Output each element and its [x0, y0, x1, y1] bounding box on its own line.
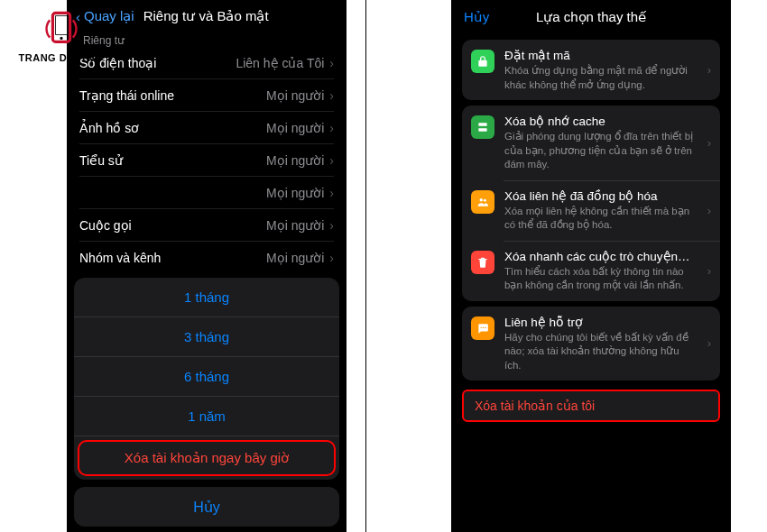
item-title: Xóa liên hệ đã đồng bộ hóa: [504, 188, 698, 203]
svg-rect-1: [55, 16, 67, 35]
row-value: Mọi người›: [266, 186, 334, 200]
item-clear-contacts[interactable]: Xóa liên hệ đã đồng bộ hóa Xóa mọi liên …: [462, 180, 720, 241]
svg-rect-4: [478, 128, 486, 132]
page-title: Lựa chọn thay thế: [451, 9, 731, 25]
option-6-months[interactable]: 6 tháng: [74, 357, 339, 397]
svg-point-2: [60, 37, 62, 40]
row-value: Mọi người›: [266, 121, 334, 135]
chevron-right-icon: ›: [707, 204, 711, 217]
row-label: Cuộc gọi: [79, 218, 132, 233]
option-group-passcode: Đặt mật mã Khóa ứng dụng bằng mật mã để …: [462, 40, 720, 100]
lock-icon: [471, 50, 494, 73]
list-row-online[interactable]: Trạng thái online Mọi người›: [79, 79, 334, 112]
option-1-year[interactable]: 1 năm: [74, 397, 339, 436]
chevron-right-icon: ›: [707, 336, 711, 350]
list-row-phone[interactable]: Số điện thoại Liên hệ của Tôi›: [79, 47, 334, 79]
option-group-support: Liên hệ hỗ trợ Hãy cho chúng tôi biết về…: [462, 307, 720, 381]
item-title: Xóa bộ nhớ cache: [504, 114, 698, 128]
chevron-right-icon: ›: [329, 56, 334, 70]
row-value: Mọi người›: [266, 153, 334, 168]
list-row-profile-photo[interactable]: Ảnh hồ sơ Mọi người›: [79, 112, 334, 144]
svg-rect-3: [478, 123, 486, 126]
row-label: Tiểu sử: [79, 153, 123, 168]
row-value: Mọi người›: [266, 88, 334, 103]
item-description: Hãy cho chúng tôi biết về bất kỳ vấn đề …: [504, 331, 698, 373]
svg-point-8: [483, 326, 484, 327]
contacts-icon: [471, 190, 494, 214]
section-header: Riêng tư: [67, 32, 347, 47]
row-label: Số điện thoại: [79, 56, 156, 70]
action-sheet: 1 tháng 3 tháng 6 tháng 1 năm Xóa tài kh…: [74, 278, 339, 527]
list-row-groups[interactable]: Nhóm và kênh Mọi người›: [79, 242, 334, 274]
chevron-right-icon: ›: [329, 186, 334, 200]
chevron-right-icon: ›: [707, 63, 711, 77]
item-set-passcode[interactable]: Đặt mật mã Khóa ứng dụng bằng mật mã để …: [462, 40, 720, 100]
chevron-right-icon: ›: [329, 121, 334, 135]
svg-point-5: [480, 197, 484, 201]
chevron-right-icon: ›: [329, 218, 334, 233]
item-description: Giải phóng dung lượng ổ đĩa trên thiết b…: [504, 130, 698, 172]
cancel-button[interactable]: Hủy: [464, 9, 489, 25]
item-clear-cache[interactable]: Xóa bộ nhớ cache Giải phóng dung lượng ổ…: [462, 105, 720, 180]
chevron-right-icon: ›: [707, 136, 711, 150]
chevron-right-icon: ›: [329, 153, 334, 168]
delete-my-account-button[interactable]: Xóa tài khoản của tôi: [462, 390, 720, 422]
option-3-months[interactable]: 3 tháng: [74, 317, 339, 357]
back-label: Quay lại: [84, 8, 134, 24]
item-title: Đặt mật mã: [504, 48, 698, 62]
privacy-list: Số điện thoại Liên hệ của Tôi› Trạng thá…: [67, 47, 347, 274]
row-value: Mọi người›: [266, 218, 334, 233]
chevron-right-icon: ›: [707, 264, 711, 278]
list-row-calls[interactable]: Cuộc gọi Mọi người›: [79, 209, 334, 242]
page-title: Riêng tư và Bảo mật: [143, 8, 269, 24]
screenshot-left: ‹ Quay lại Riêng tư và Bảo mật Riêng tư …: [67, 0, 347, 532]
chevron-right-icon: ›: [329, 88, 334, 103]
delete-account-now-button[interactable]: Xóa tài khoản ngay bây giờ: [78, 440, 336, 476]
chevron-right-icon: ›: [329, 251, 334, 265]
item-title: Liên hệ hỗ trợ: [504, 315, 698, 329]
item-contact-support[interactable]: Liên hệ hỗ trợ Hãy cho chúng tôi biết về…: [462, 307, 720, 381]
list-row[interactable]: Mọi người›: [79, 177, 334, 209]
row-value: Liên hệ của Tôi›: [236, 56, 334, 70]
row-label: Nhóm và kênh: [79, 251, 161, 265]
chevron-left-icon: ‹: [76, 9, 80, 24]
action-sheet-options: 1 tháng 3 tháng 6 tháng 1 năm Xóa tài kh…: [74, 278, 339, 480]
row-label: Ảnh hồ sơ: [79, 121, 139, 135]
row-value: Mọi người›: [266, 251, 334, 265]
screenshot-right: Hủy Lựa chọn thay thế Đặt mật mã Khóa ứn…: [451, 0, 731, 532]
item-description: Khóa ứng dụng bằng mật mã để người khác …: [504, 64, 698, 92]
svg-point-9: [485, 326, 485, 327]
storage-icon: [471, 115, 494, 139]
item-clear-chats[interactable]: Xóa nhanh các cuộc trò chuyện… Tìm hiểu …: [462, 241, 720, 301]
option-group-cleanup: Xóa bộ nhớ cache Giải phóng dung lượng ổ…: [462, 105, 720, 301]
trash-icon: [471, 251, 494, 274]
cancel-button[interactable]: Hủy: [74, 487, 339, 527]
divider-line: [365, 0, 366, 532]
option-1-month[interactable]: 1 tháng: [74, 278, 339, 317]
back-button[interactable]: ‹ Quay lại: [76, 8, 134, 24]
item-description: Tìm hiểu cách xóa bất kỳ thông tin nào b…: [504, 265, 698, 293]
nav-header: Hủy Lựa chọn thay thế: [451, 0, 731, 34]
list-row-bio[interactable]: Tiểu sử Mọi người›: [79, 144, 334, 177]
svg-point-7: [481, 326, 482, 327]
item-title: Xóa nhanh các cuộc trò chuyện…: [504, 249, 698, 263]
chat-icon: [471, 316, 494, 340]
item-description: Xóa mọi liên hệ không cần thiết mà bạn c…: [504, 205, 698, 233]
svg-point-6: [484, 198, 486, 201]
nav-header: ‹ Quay lại Riêng tư và Bảo mật: [67, 0, 347, 32]
row-label: Trạng thái online: [79, 88, 174, 103]
